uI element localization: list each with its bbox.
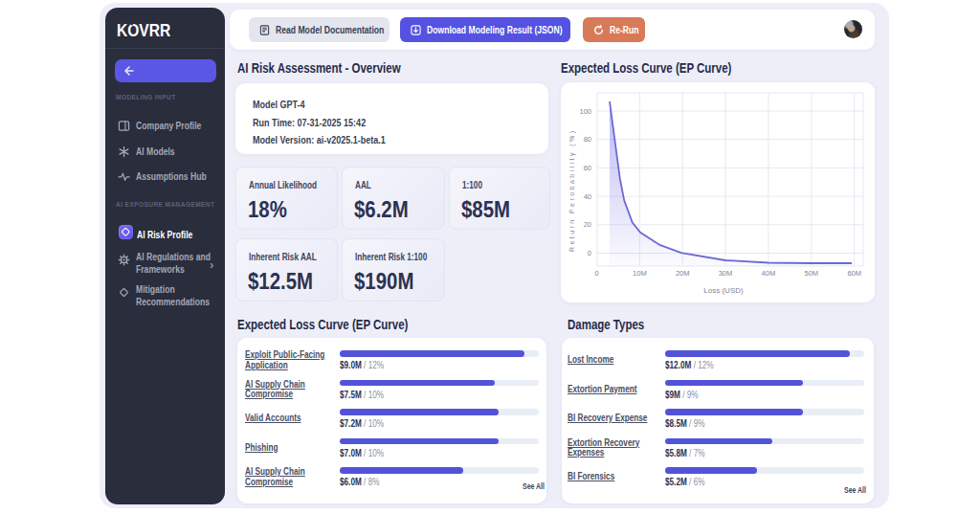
svg-text:0: 0 bbox=[594, 269, 598, 278]
svg-text:60: 60 bbox=[584, 164, 591, 172]
svg-text:80: 80 bbox=[584, 135, 591, 144]
svg-text:20M: 20M bbox=[676, 269, 690, 278]
svg-text:10M: 10M bbox=[633, 269, 647, 278]
svg-text:100: 100 bbox=[579, 107, 591, 116]
svg-text:Return Perobability (%): Return Perobability (%) bbox=[568, 131, 576, 252]
svg-text:20: 20 bbox=[584, 220, 591, 229]
svg-text:30M: 30M bbox=[719, 269, 733, 278]
svg-text:0: 0 bbox=[588, 249, 591, 257]
svg-text:Loss (USD): Loss (USD) bbox=[703, 286, 744, 295]
svg-text:40: 40 bbox=[584, 192, 591, 201]
svg-text:40M: 40M bbox=[762, 269, 776, 278]
svg-text:60M: 60M bbox=[847, 269, 861, 278]
svg-text:50M: 50M bbox=[805, 269, 819, 278]
